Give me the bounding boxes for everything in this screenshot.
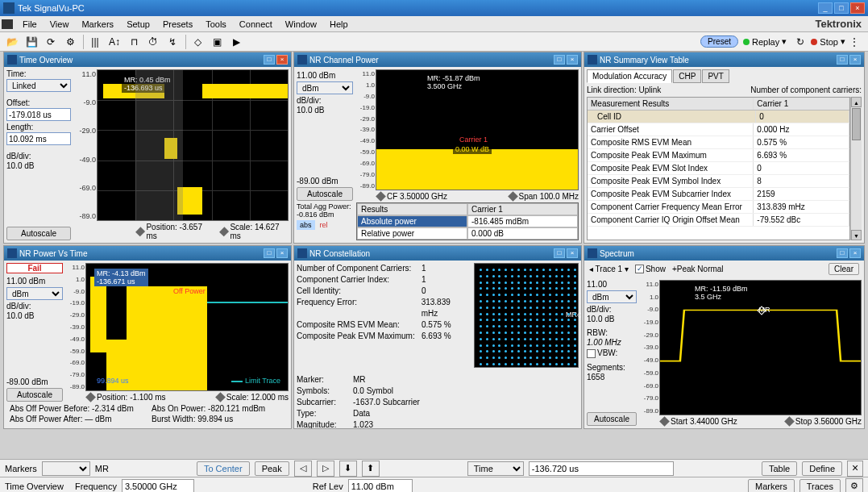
menu-tools[interactable]: Tools bbox=[199, 18, 233, 31]
time-overview-plot[interactable]: 11.0-9.0-29.0-49.0-69.0-89.0 MR: 0.45 dB… bbox=[97, 69, 289, 221]
menu-setup[interactable]: Setup bbox=[120, 18, 156, 31]
panel-max-button[interactable]: □ bbox=[837, 55, 848, 65]
gear-icon[interactable]: ⚙ bbox=[61, 34, 79, 50]
panel-close-button[interactable]: × bbox=[567, 248, 578, 258]
panel-close-button[interactable]: × bbox=[849, 248, 861, 258]
power-vs-time-plot[interactable]: Clear 11.01.0-9.0-19.0-29.0-39.0-49.0-59… bbox=[85, 263, 289, 391]
trace-name[interactable]: Trace 1 bbox=[596, 265, 623, 273]
autoscale-button[interactable]: Autoscale bbox=[6, 227, 71, 240]
time-icon[interactable]: ⏱ bbox=[144, 34, 162, 50]
row-key[interactable]: Composite Peak EVM Slot Index bbox=[588, 162, 754, 174]
panel-max-button[interactable]: □ bbox=[554, 55, 565, 65]
peak-button[interactable]: Peak bbox=[255, 461, 289, 476]
menu-view[interactable]: View bbox=[44, 18, 76, 31]
refresh-icon[interactable]: ⟳ bbox=[42, 34, 60, 50]
more-icon[interactable]: ⋮ bbox=[845, 34, 863, 50]
stop-control[interactable]: Stop ▾ bbox=[811, 36, 845, 47]
menu-presets[interactable]: Presets bbox=[156, 18, 199, 31]
bandwidth-icon[interactable]: ⊓ bbox=[125, 34, 143, 50]
prev-peak-icon[interactable]: ◁ bbox=[294, 461, 312, 477]
constellation-plot[interactable]: MR◇ bbox=[474, 263, 579, 368]
panel-max-button[interactable]: □ bbox=[264, 248, 275, 258]
time-input[interactable] bbox=[529, 461, 674, 476]
table-button[interactable]: Table bbox=[762, 461, 797, 476]
panel-close-button[interactable]: × bbox=[849, 55, 861, 65]
autoscale-button[interactable]: Autoscale bbox=[6, 388, 63, 402]
preset-button[interactable]: Preset bbox=[700, 35, 738, 48]
scroll-thumb[interactable] bbox=[852, 108, 861, 140]
menu-connect[interactable]: Connect bbox=[233, 18, 279, 31]
loop-icon[interactable]: ↻ bbox=[791, 34, 809, 50]
traces-button[interactable]: Traces bbox=[799, 479, 841, 493]
row-key[interactable]: Cell ID bbox=[588, 110, 756, 123]
amplitude-icon[interactable]: A↕ bbox=[106, 34, 123, 50]
peak-up-icon[interactable]: ⬆ bbox=[362, 461, 380, 477]
time-select[interactable]: Linked bbox=[6, 79, 71, 92]
panel-close-button[interactable]: × bbox=[276, 248, 288, 258]
selection-region[interactable] bbox=[135, 70, 183, 220]
freq-input[interactable] bbox=[122, 479, 194, 493]
autoscale-button[interactable]: Autoscale bbox=[297, 187, 353, 201]
tab-mod-acc[interactable]: Modulation Accuracy bbox=[587, 69, 672, 83]
record-icon[interactable]: ▣ bbox=[208, 34, 226, 50]
row-key[interactable]: Carrier Offset bbox=[588, 123, 754, 136]
next-peak-icon[interactable]: ▷ bbox=[317, 461, 334, 477]
abs-button[interactable]: abs bbox=[297, 220, 315, 230]
play-icon[interactable]: ▶ bbox=[227, 34, 245, 50]
save-icon[interactable]: 💾 bbox=[23, 34, 40, 50]
marker-tool-icon[interactable]: ◇ bbox=[189, 34, 206, 50]
menu-markers[interactable]: Markers bbox=[75, 18, 120, 31]
menu-help[interactable]: Help bbox=[323, 18, 355, 31]
channel-power-plot[interactable]: Clear 11.01.0-9.0-19.0-29.0-39.0-49.0-59… bbox=[376, 69, 579, 190]
row-key[interactable]: Component Carrier IQ Origin Offset Mean bbox=[588, 214, 754, 226]
window-max-button[interactable]: □ bbox=[834, 2, 849, 14]
ref-lev-input[interactable] bbox=[348, 479, 413, 493]
row-key[interactable]: Composite Peak EVM Symbol Index bbox=[588, 175, 754, 187]
panel-max-button[interactable]: □ bbox=[554, 248, 565, 258]
to-center-button[interactable]: To Center bbox=[197, 461, 250, 476]
panel-max-button[interactable]: □ bbox=[264, 55, 275, 65]
clear-button[interactable]: Clear bbox=[829, 263, 859, 275]
row-val: 8 bbox=[754, 175, 849, 187]
scroll-down-icon[interactable]: ▼ bbox=[851, 230, 862, 240]
gear-icon[interactable]: ⚙ bbox=[845, 478, 863, 493]
show-checkbox[interactable] bbox=[635, 265, 644, 273]
window-min-button[interactable]: _ bbox=[818, 2, 833, 14]
tab-pvt[interactable]: PVT bbox=[702, 69, 729, 83]
row-key[interactable]: Component Carrier Frequency Mean Error bbox=[588, 201, 754, 213]
markers-button[interactable]: Markers bbox=[748, 479, 795, 493]
markers-select[interactable] bbox=[42, 461, 90, 476]
trigger-icon[interactable]: ↯ bbox=[164, 34, 181, 50]
scroll-up-icon[interactable]: ▲ bbox=[851, 97, 862, 107]
offset-input[interactable] bbox=[6, 108, 71, 121]
length-input[interactable] bbox=[6, 132, 71, 145]
autoscale-button[interactable]: Autoscale bbox=[587, 412, 637, 426]
menu-window[interactable]: Window bbox=[279, 18, 323, 31]
unit-select[interactable]: dBm bbox=[587, 290, 637, 303]
app-menu-icon[interactable] bbox=[2, 19, 13, 29]
rel-button[interactable]: rel bbox=[317, 220, 331, 230]
peak-down-icon[interactable]: ⬇ bbox=[339, 461, 357, 477]
define-button[interactable]: Define bbox=[802, 461, 842, 476]
window-close-button[interactable]: × bbox=[850, 2, 865, 14]
unit-select[interactable]: dBm bbox=[6, 287, 63, 300]
panel-max-button[interactable]: □ bbox=[837, 248, 848, 258]
row-key[interactable]: Composite Peak EVM Subcarrier Index bbox=[588, 188, 754, 200]
panel-close-button[interactable]: × bbox=[567, 55, 578, 65]
row-key[interactable]: Composite Peak EVM Maximum bbox=[588, 149, 754, 161]
unit-select[interactable]: dBm bbox=[297, 81, 353, 94]
tab-chp[interactable]: CHP bbox=[673, 69, 701, 83]
abs-power-label[interactable]: Absolute power bbox=[357, 215, 467, 227]
open-icon[interactable]: 📂 bbox=[3, 34, 21, 50]
time-select[interactable]: Time bbox=[467, 461, 524, 476]
spectrum-plot[interactable]: 11.01.0-9.0-19.0-29.0-39.0-49.0-59.0-69.… bbox=[659, 280, 862, 415]
close-markers-button[interactable]: × bbox=[847, 461, 863, 477]
row-key[interactable]: Composite RMS EVM Mean bbox=[588, 136, 754, 148]
scrollbar[interactable]: ▲▼ bbox=[850, 97, 862, 240]
spectrum-icon[interactable]: ||| bbox=[86, 34, 104, 50]
panel-close-button[interactable]: × bbox=[276, 55, 288, 65]
replay-control[interactable]: Replay ▾ bbox=[743, 36, 787, 47]
rel-power-label[interactable]: Relative power bbox=[357, 227, 467, 240]
vbw-checkbox[interactable] bbox=[587, 349, 596, 358]
menu-file[interactable]: File bbox=[16, 18, 44, 31]
